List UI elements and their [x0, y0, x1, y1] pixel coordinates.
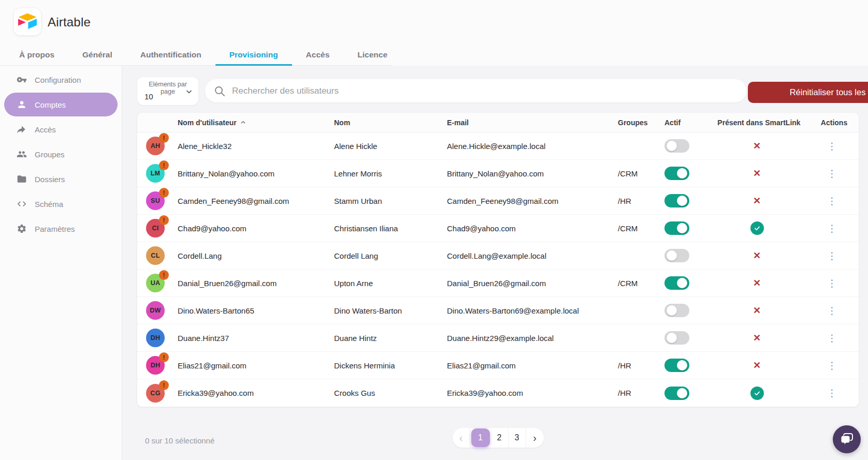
- cell-username: Duane.Hintz37: [178, 334, 334, 343]
- column-active[interactable]: Actif: [664, 118, 708, 127]
- avatar: CG !: [146, 384, 165, 403]
- row-actions-button[interactable]: ⋮: [823, 196, 841, 206]
- sidebar-item-groupes[interactable]: Groupes: [4, 142, 118, 166]
- column-name[interactable]: Nom: [334, 118, 447, 127]
- cell-email: Cordell.Lang@example.local: [447, 251, 618, 260]
- tab--propos[interactable]: À propos: [5, 44, 68, 66]
- sidebar-item-dossiers[interactable]: Dossiers: [4, 167, 118, 191]
- cell-username: Dino.Waters-Barton65: [178, 306, 334, 315]
- sidebar-item-sch-ma[interactable]: Schéma: [4, 192, 118, 216]
- row-actions-button[interactable]: ⋮: [823, 306, 841, 316]
- tab-authentification[interactable]: Authentification: [126, 44, 215, 66]
- cell-name: Christiansen Iliana: [334, 224, 447, 233]
- warning-badge-icon: !: [159, 215, 169, 225]
- row-actions-button[interactable]: ⋮: [823, 278, 841, 288]
- sidebar-item-param-tres[interactable]: Paramètres: [4, 217, 118, 241]
- active-toggle[interactable]: [664, 276, 689, 290]
- cell-groups: /HR: [618, 389, 664, 397]
- cell-username: Danial_Bruen26@gmail.com: [178, 279, 334, 288]
- active-toggle[interactable]: [664, 331, 689, 345]
- cell-name: Cordell Lang: [334, 251, 447, 260]
- avatar-initials: UA: [151, 279, 161, 287]
- active-toggle[interactable]: [664, 359, 689, 372]
- sort-asc-icon: [240, 119, 247, 126]
- cell-email: Alene.Hickle@example.local: [447, 142, 618, 151]
- warning-badge-icon: !: [159, 352, 169, 362]
- column-groups[interactable]: Groupes: [618, 118, 664, 127]
- row-actions-button[interactable]: ⋮: [823, 333, 841, 343]
- pagination-wrap: ‹123›: [137, 428, 859, 448]
- column-smartlink[interactable]: Présent dans SmartLink: [708, 118, 809, 127]
- sidebar-item-acc-s[interactable]: Accès: [4, 117, 118, 141]
- tab-g-n-ral[interactable]: Général: [68, 44, 126, 66]
- row-actions-button[interactable]: ⋮: [823, 251, 841, 261]
- table-row: CI ! Chad9@yahoo.com Christiansen Iliana…: [137, 215, 859, 242]
- tab-provisioning[interactable]: Provisioning: [215, 44, 292, 66]
- cell-username: Alene_Hickle32: [178, 142, 334, 151]
- row-actions-button[interactable]: ⋮: [823, 141, 841, 151]
- reset-passwords-button[interactable]: Réinitialiser tous les mots de passe: [748, 82, 868, 103]
- active-toggle[interactable]: [664, 387, 689, 400]
- chat-bubble-icon: [839, 432, 855, 447]
- cell-groups: /HR: [618, 361, 664, 370]
- active-toggle[interactable]: [664, 249, 689, 262]
- gear-icon: [17, 224, 27, 234]
- cell-groups: /CRM: [618, 169, 664, 178]
- column-username[interactable]: Nom d'utilisateur: [178, 118, 334, 127]
- avatar: DW !: [146, 301, 165, 320]
- smartlink-check-icon: [750, 221, 764, 235]
- tab-acc-s[interactable]: Accès: [292, 44, 344, 66]
- items-per-page-value: 10: [144, 92, 153, 101]
- table-row: AH ! Alene_Hickle32 Alene Hickle Alene.H…: [137, 132, 859, 160]
- pagination-page-2[interactable]: 2: [491, 428, 509, 448]
- smartlink-cross-icon: ✕: [753, 332, 761, 344]
- table-row: CG ! Ericka39@yahoo.com Crooks Gus Erick…: [137, 379, 859, 407]
- items-per-page-select[interactable]: Eléments par page 10: [137, 77, 198, 105]
- pagination-next-button[interactable]: ›: [526, 428, 544, 448]
- active-toggle[interactable]: [664, 304, 689, 317]
- avatar: LM !: [146, 164, 165, 183]
- avatar-initials: LM: [151, 170, 161, 177]
- sidebar-item-label: Schéma: [35, 200, 63, 209]
- sidebar-item-label: Accès: [35, 125, 56, 134]
- pagination-page-1[interactable]: 1: [471, 428, 490, 447]
- active-toggle[interactable]: [664, 194, 689, 207]
- search-input[interactable]: [232, 86, 738, 96]
- cell-name: Duane Hintz: [334, 334, 447, 343]
- cell-name: Upton Arne: [334, 279, 447, 288]
- warning-badge-icon: !: [159, 160, 169, 170]
- search-bar: [205, 79, 746, 102]
- pagination-prev-button[interactable]: ‹: [453, 428, 470, 448]
- active-toggle[interactable]: [664, 139, 689, 153]
- table-body: AH ! Alene_Hickle32 Alene Hickle Alene.H…: [137, 132, 859, 407]
- smartlink-check-icon: [750, 387, 764, 400]
- row-actions-button[interactable]: ⋮: [823, 388, 841, 398]
- search-icon: [213, 85, 226, 97]
- sidebar-item-label: Configuration: [35, 76, 81, 84]
- cell-username: Cordell.Lang: [178, 251, 334, 260]
- chat-button[interactable]: [833, 425, 861, 453]
- sidebar-item-configuration[interactable]: Configuration: [4, 68, 118, 92]
- airtable-logo-icon: [17, 12, 38, 31]
- active-toggle[interactable]: [664, 221, 689, 235]
- smartlink-cross-icon: ✕: [753, 360, 761, 371]
- avatar-initials: AH: [151, 142, 161, 150]
- cell-name: Stamm Urban: [334, 197, 447, 205]
- sidebar-item-comptes[interactable]: Comptes: [4, 93, 118, 116]
- cell-groups: /HR: [618, 197, 664, 205]
- pagination-page-3[interactable]: 3: [509, 428, 526, 448]
- row-actions-button[interactable]: ⋮: [823, 361, 841, 370]
- main-content: Eléments par page 10 Réinitialiser tous …: [122, 66, 868, 460]
- row-actions-button[interactable]: ⋮: [823, 224, 841, 233]
- table-row: CL ! Cordell.Lang Cordell Lang Cordell.L…: [137, 242, 859, 270]
- selection-count: 0 sur 10 sélectionné: [145, 436, 214, 445]
- avatar: CI !: [146, 219, 165, 238]
- warning-badge-icon: !: [159, 380, 169, 390]
- tab-licence[interactable]: Licence: [343, 44, 401, 66]
- column-email[interactable]: E-mail: [447, 118, 618, 127]
- cell-email: Duane.Hintz29@example.local: [447, 334, 618, 343]
- table-row: DH ! Elias21@gmail.com Dickens Herminia …: [137, 352, 859, 379]
- active-toggle[interactable]: [664, 167, 689, 180]
- code-icon: [17, 199, 27, 209]
- row-actions-button[interactable]: ⋮: [823, 169, 841, 179]
